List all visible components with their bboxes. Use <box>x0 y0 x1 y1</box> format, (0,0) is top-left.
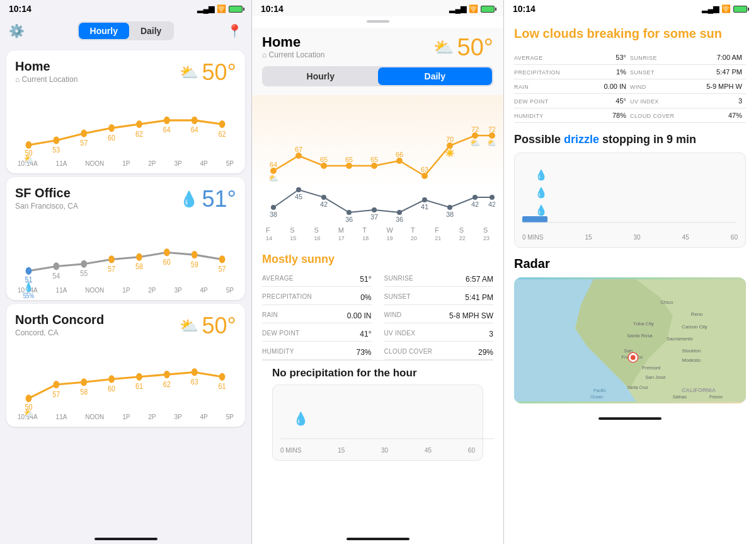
signal-icon-mid: ▂▄▆ <box>449 4 466 13</box>
svg-text:38: 38 <box>270 211 277 218</box>
svg-text:Yuba City: Yuba City <box>633 321 654 327</box>
precip-section-mid: No precipitation for the hour 💧 0 MINS 1… <box>262 360 493 467</box>
weather-card-home[interactable]: Home ⌂ Current Location ⛅ 50° <box>6 50 245 173</box>
card-title-home: Home <box>15 59 77 74</box>
status-icons-left: ▂▄▆ 🛜 <box>197 4 243 13</box>
daily-chart: 64 67 65 65 65 66 63 70 72 72 ⛅ ☀️ ⛅ ⛅ <box>252 95 503 248</box>
svg-point-1 <box>53 137 59 144</box>
wind-val: 5-8 MPH SW <box>449 311 493 320</box>
chart-times-home: 10:14A 11A NOON 1P 2P 3P 4P 5P <box>15 160 236 167</box>
svg-point-76 <box>271 205 276 210</box>
svg-point-80 <box>372 207 377 212</box>
svg-point-6 <box>192 117 198 124</box>
drizzle-highlight: drizzle <box>564 133 599 146</box>
status-icons-mid: ▂▄▆ 🛜 <box>449 4 495 13</box>
svg-point-58 <box>421 173 428 179</box>
svg-point-17 <box>26 267 32 275</box>
svg-text:Salinas: Salinas <box>673 395 687 399</box>
card-icon-concord: ⛅ <box>180 317 198 335</box>
r-precip-lbl: PRECIPITATION <box>514 69 560 76</box>
svg-text:⛅: ⛅ <box>487 137 495 148</box>
svg-text:66: 66 <box>396 151 403 158</box>
svg-text:60: 60 <box>108 384 115 393</box>
r-avg-val: 53° <box>616 54 626 61</box>
svg-text:72: 72 <box>488 125 495 133</box>
svg-text:41: 41 <box>421 203 428 211</box>
r-uv-lbl: UV INDEX <box>630 98 659 105</box>
drag-handle[interactable] <box>367 20 389 23</box>
daily-btn[interactable]: Daily <box>129 23 173 39</box>
mid-tab-daily[interactable]: Daily <box>378 67 493 85</box>
mid-tabs[interactable]: Hourly Daily <box>262 66 493 86</box>
svg-text:Santa Cruz: Santa Cruz <box>627 385 648 390</box>
humidity-label: HUMIDITY <box>262 348 294 357</box>
map-container[interactable]: Chico Reno Carson City Yuba City Sacrame… <box>514 277 746 403</box>
svg-text:58: 58 <box>135 262 143 271</box>
svg-text:💧: 💧 <box>535 169 547 181</box>
svg-text:⛅: ⛅ <box>24 153 34 166</box>
card-icon-sf: 💧 <box>180 190 198 208</box>
card-title-sf: SF Office <box>15 186 78 200</box>
svg-text:Fremont: Fremont <box>642 365 661 371</box>
weather-card-concord[interactable]: North Concord Concord, CA ⛅ 50° <box>6 304 245 427</box>
svg-text:⛅: ⛅ <box>470 137 481 148</box>
weather-card-sf[interactable]: SF Office San Francisco, CA 💧 51° <box>6 177 245 300</box>
precip-times-right: 0 MINS 15 30 45 60 <box>522 234 738 241</box>
right-condition: Low clouds breaking for some sun <box>514 25 746 42</box>
svg-text:60: 60 <box>163 257 171 267</box>
rain-val: 0.00 IN <box>347 311 372 320</box>
map-image[interactable]: Chico Reno Carson City Yuba City Sacrame… <box>514 277 746 403</box>
signal-icon: ▂▄▆ <box>197 4 214 13</box>
svg-text:💧: 💧 <box>535 204 547 216</box>
day-f14: F14 <box>266 226 272 241</box>
svg-text:37: 37 <box>370 213 378 221</box>
sunset-label: SUNSET <box>384 293 411 302</box>
card-subtitle-home: ⌂ Current Location <box>15 75 77 84</box>
drizzle-section: Possible drizzle stopping in 9 min 💧 💧 💧… <box>514 133 746 248</box>
r-precip-val: 1% <box>616 68 626 76</box>
drizzle-title: Possible drizzle stopping in 9 min <box>514 133 746 146</box>
svg-point-81 <box>397 210 402 215</box>
svg-text:53: 53 <box>52 145 60 154</box>
card-icon-home: ⛅ <box>180 64 198 81</box>
chart-sf: 51 54 55 57 58 60 59 57 💧 55% <box>15 216 236 286</box>
r-cloud-lbl: CLOUD COVER <box>630 113 674 119</box>
location-icon[interactable]: 📍 <box>227 23 243 38</box>
svg-text:CALIFORNIA: CALIFORNIA <box>682 387 716 393</box>
svg-point-41 <box>192 368 198 376</box>
mid-tab-hourly[interactable]: Hourly <box>263 67 378 85</box>
svg-point-42 <box>219 373 226 381</box>
svg-point-54 <box>321 163 327 169</box>
svg-point-39 <box>136 373 142 381</box>
svg-text:62: 62 <box>163 379 171 389</box>
svg-point-36 <box>53 381 59 388</box>
segment-control[interactable]: Hourly Daily <box>77 21 175 40</box>
chart-home: 50 53 57 60 62 64 64 62 ⛅ <box>15 90 236 159</box>
svg-point-35 <box>26 395 32 402</box>
signal-icon-right: ▂▄▆ <box>702 4 719 13</box>
svg-text:55%: 55% <box>23 292 35 299</box>
svg-point-23 <box>192 251 198 258</box>
svg-point-56 <box>371 163 377 169</box>
svg-text:Fresno: Fresno <box>709 395 723 399</box>
mid-temp: 50° <box>457 34 493 61</box>
chart-concord: 50 57 58 60 61 62 63 61 ⛅ <box>15 343 236 412</box>
r-hum-lbl: HUMIDITY <box>514 113 544 119</box>
svg-point-53 <box>295 153 302 159</box>
svg-text:67: 67 <box>295 146 302 153</box>
radar-section: Radar Chico Reno Carson City <box>514 257 746 403</box>
gear-icon[interactable]: ⚙️ <box>9 23 25 38</box>
time-right: 10:14 <box>513 4 536 14</box>
svg-point-83 <box>447 205 452 210</box>
svg-text:55: 55 <box>80 269 88 278</box>
svg-point-20 <box>108 255 115 263</box>
svg-text:Chico: Chico <box>660 299 673 305</box>
right-content: Low clouds breaking for some sun AVERAGE… <box>504 16 756 412</box>
wifi-icon: 🛜 <box>217 4 226 13</box>
house-icon-mid: ⌂ <box>262 50 266 59</box>
r-rain-lbl: RAIN <box>514 84 529 90</box>
day-t18: T18 <box>362 226 369 241</box>
dew-val: 41° <box>360 330 371 339</box>
hourly-btn[interactable]: Hourly <box>79 23 129 39</box>
avg-label: AVERAGE <box>262 275 294 284</box>
